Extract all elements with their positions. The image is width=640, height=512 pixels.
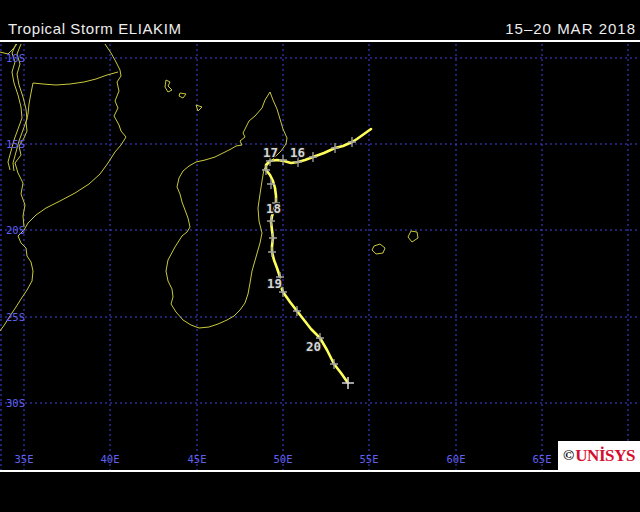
day-label: 17 xyxy=(263,145,278,160)
track-position-marker xyxy=(268,247,276,257)
unisys-logo: © UNİSYS xyxy=(558,441,640,470)
island-outline xyxy=(165,80,172,92)
latitude-label: 15S xyxy=(6,138,25,150)
longitude-label: 40E xyxy=(101,453,120,465)
storm-title: Tropical Storm ELIAKIM xyxy=(8,20,182,37)
latitude-label: 30S xyxy=(6,397,25,409)
coastlines xyxy=(0,44,418,331)
island-outline xyxy=(408,231,418,242)
longitude-label: 55E xyxy=(360,453,379,465)
longitude-label: 65E xyxy=(533,453,552,465)
map-bottom-border xyxy=(0,470,640,472)
day-label: 20 xyxy=(306,339,321,354)
track-position-marker xyxy=(309,152,317,162)
latitude-label: 10S xyxy=(6,52,25,64)
track-position-marker xyxy=(267,216,275,226)
coastline xyxy=(33,72,118,85)
track-position-marker xyxy=(279,155,287,165)
island-outline xyxy=(372,244,385,254)
track-position-marker xyxy=(331,143,339,153)
map-canvas: 161718192035E40E45E50E55E60E65E10S15S20S… xyxy=(0,0,640,512)
title-bar: Tropical Storm ELIAKIM 15–20 MAR 2018 xyxy=(0,0,640,42)
longitude-label: 45E xyxy=(188,453,207,465)
day-label: 18 xyxy=(266,201,281,216)
day-label: 16 xyxy=(290,145,305,160)
day-label: 19 xyxy=(267,276,282,291)
storm-track-map-screenshot: 161718192035E40E45E50E55E60E65E10S15S20S… xyxy=(0,0,640,512)
copyright-icon: © xyxy=(563,447,574,464)
latitude-label: 25S xyxy=(6,311,25,323)
longitude-label: 50E xyxy=(274,453,293,465)
date-range: 15–20 MAR 2018 xyxy=(505,20,636,37)
longitude-label: 60E xyxy=(447,453,466,465)
latitude-label: 20S xyxy=(6,224,25,236)
track-position-marker xyxy=(348,137,356,147)
longitude-label: 35E xyxy=(15,453,34,465)
coastline xyxy=(0,44,126,331)
unisys-brand-text: UNİSYS xyxy=(575,447,635,464)
track-position-marker xyxy=(269,233,277,243)
island-outline xyxy=(179,93,186,98)
grid-lines xyxy=(0,44,640,470)
